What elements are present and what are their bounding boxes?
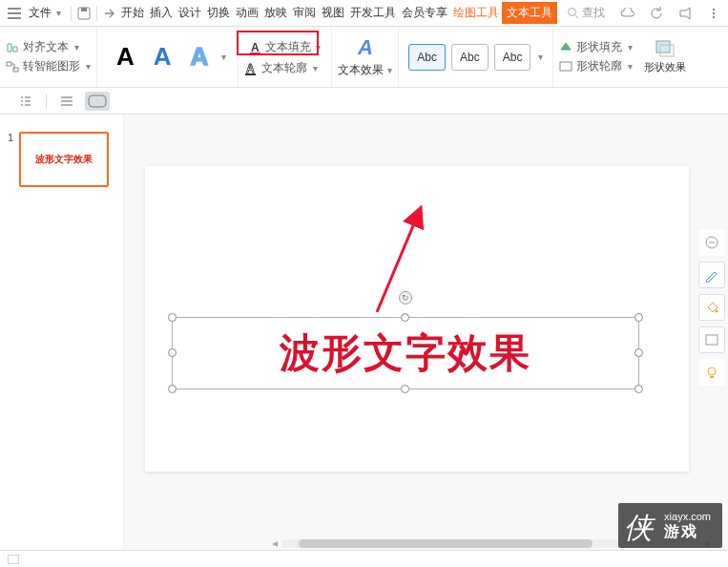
tab-view[interactable]: 视图 <box>319 2 347 24</box>
resize-handle-tl[interactable] <box>168 313 177 322</box>
resize-handle-bl[interactable] <box>168 385 177 393</box>
separator <box>96 6 97 21</box>
forward-icon[interactable] <box>101 5 118 22</box>
status-icon <box>8 555 19 564</box>
chevron-down-icon: ▾ <box>628 61 633 72</box>
tab-animation[interactable]: 动画 <box>233 2 261 24</box>
cloud-icon[interactable] <box>619 5 636 22</box>
svg-rect-18 <box>706 335 718 345</box>
shape-styles-more-icon[interactable]: ▾ <box>538 52 543 62</box>
watermark-sub: 游戏 <box>664 522 711 542</box>
file-menu-label: 文件 <box>29 5 52 21</box>
wordart-text: 波形文字效果 <box>280 326 531 380</box>
paint-bucket-button[interactable] <box>698 294 725 321</box>
separator <box>71 6 72 21</box>
zoom-out-button[interactable] <box>698 229 725 256</box>
shape-style-1[interactable]: Abc <box>408 44 446 71</box>
text-outline-label: 文本轮廓 <box>261 60 307 76</box>
separator <box>46 94 47 109</box>
tab-transition[interactable]: 切换 <box>204 2 233 24</box>
tab-text-tools[interactable]: 文本工具 <box>502 2 557 24</box>
svg-point-17 <box>716 310 718 313</box>
shape-effect-icon <box>655 39 676 58</box>
tab-design[interactable]: 设计 <box>176 2 204 24</box>
resize-handle-ml[interactable] <box>168 348 177 357</box>
scroll-left-icon[interactable]: ◂ <box>272 536 278 550</box>
slide-number: 1 <box>8 132 13 143</box>
svg-rect-20 <box>8 555 19 564</box>
convert-smart-label: 转智能图形 <box>23 58 80 74</box>
chevron-down-icon: ▾ <box>86 61 91 72</box>
file-menu[interactable]: 文件 ▾ <box>23 3 67 23</box>
more-icon[interactable] <box>705 5 722 22</box>
thumbnail-view-icon[interactable] <box>85 92 110 111</box>
align-text-button[interactable]: 对齐文本 ▾ <box>6 39 91 55</box>
wordart-style-1[interactable]: A <box>109 38 142 75</box>
scrollbar-thumb[interactable] <box>299 539 593 548</box>
text-effect-button[interactable]: A 文本效果 ▾ <box>338 35 392 78</box>
share-icon[interactable] <box>676 5 694 22</box>
chevron-down-icon: ▾ <box>628 42 633 52</box>
resize-handle-mt[interactable] <box>401 313 409 322</box>
resize-handle-mr[interactable] <box>634 348 643 357</box>
tab-dev[interactable]: 开发工具 <box>347 2 399 24</box>
shape-style-3[interactable]: Abc <box>494 44 531 71</box>
rotate-handle[interactable]: ↻ <box>399 291 412 304</box>
slide-canvas[interactable]: 波形文字效果 ↻ ◂ <box>124 115 728 550</box>
tab-start[interactable]: 开始 <box>118 2 147 24</box>
tab-draw-tools[interactable]: 绘图工具 <box>450 2 502 24</box>
text-fill-button[interactable]: A 文本填充 ▾ <box>244 37 325 57</box>
text-fill-label: 文本填充 <box>265 39 311 55</box>
svg-text:A: A <box>251 41 260 54</box>
tab-insert[interactable]: 插入 <box>147 2 176 24</box>
watermark: 侠 xiayx.com 游戏 <box>618 503 722 548</box>
resize-handle-tr[interactable] <box>634 313 643 322</box>
slide-thumbnail-panel: 1 波形文字效果 <box>0 115 124 550</box>
shape-fill-label: 形状填充 <box>576 39 622 55</box>
menu-icon[interactable] <box>6 5 23 22</box>
chevron-down-icon: ▾ <box>387 65 392 75</box>
svg-point-5 <box>713 15 715 17</box>
svg-rect-9 <box>250 52 260 54</box>
svg-point-3 <box>713 8 715 10</box>
slide[interactable]: 波形文字效果 ↻ <box>145 166 689 472</box>
svg-rect-1 <box>81 8 87 11</box>
slide-thumbnail-1[interactable]: 波形文字效果 <box>19 132 109 187</box>
refresh-icon[interactable] <box>648 5 665 22</box>
tab-review[interactable]: 审阅 <box>290 2 319 24</box>
layout-button[interactable] <box>698 326 725 353</box>
watermark-domain: xiayx.com <box>664 511 711 522</box>
outline-view-icon[interactable] <box>13 92 38 111</box>
svg-point-2 <box>569 9 576 16</box>
shape-outline-label: 形状轮廓 <box>576 58 622 74</box>
shape-outline-button[interactable]: 形状轮廓 ▾ <box>559 58 633 74</box>
chevron-down-icon: ▾ <box>316 42 321 52</box>
search-placeholder: 查找 <box>582 5 605 21</box>
shape-effect-button[interactable]: 形状效果 <box>644 39 686 74</box>
svg-rect-6 <box>7 62 11 66</box>
styles-more-icon[interactable]: ▾ <box>221 52 226 62</box>
chevron-down-icon: ▾ <box>56 8 61 18</box>
pen-tool-button[interactable] <box>698 262 725 288</box>
shape-style-2[interactable]: Abc <box>451 44 489 71</box>
wordart-style-3[interactable]: A <box>183 38 217 75</box>
convert-smart-button[interactable]: 转智能图形 ▾ <box>6 58 91 74</box>
text-outline-button[interactable]: A 文本轮廓 ▾ <box>244 60 325 76</box>
align-text-label: 对齐文本 <box>23 39 69 55</box>
resize-handle-mb[interactable] <box>401 385 409 393</box>
tab-member[interactable]: 会员专享 <box>399 2 450 24</box>
list-view-icon[interactable] <box>54 92 79 111</box>
chevron-down-icon: ▾ <box>74 42 79 52</box>
save-icon[interactable] <box>75 5 93 22</box>
idea-button[interactable] <box>698 359 725 386</box>
svg-point-4 <box>713 11 715 13</box>
wordart-style-2[interactable]: A <box>146 38 179 75</box>
thumbnail-text: 波形文字效果 <box>35 153 93 166</box>
svg-rect-15 <box>89 95 106 107</box>
search-box[interactable]: 查找 <box>567 5 605 21</box>
resize-handle-br[interactable] <box>634 385 643 393</box>
tab-slideshow[interactable]: 放映 <box>261 2 290 24</box>
shape-fill-button[interactable]: 形状填充 ▾ <box>559 39 633 55</box>
text-box[interactable]: 波形文字效果 ↻ <box>172 317 639 389</box>
svg-rect-12 <box>560 62 572 71</box>
